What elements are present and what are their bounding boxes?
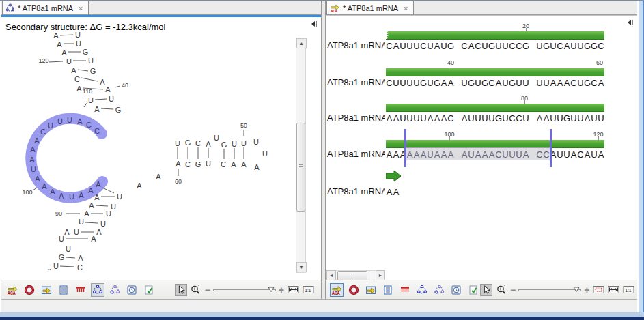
zoom-slider[interactable] xyxy=(518,286,581,294)
vertical-scrollbar[interactable]: ▲ ▼ xyxy=(296,38,306,273)
svg-text:1:1: 1:1 xyxy=(305,288,311,293)
nucleotide: C xyxy=(77,264,83,272)
fit-width-icon[interactable] xyxy=(607,285,619,295)
selection-mode-icon[interactable] xyxy=(480,284,492,296)
nucleotide: A xyxy=(254,164,259,171)
element-info-icon[interactable] xyxy=(142,283,156,297)
panel-divider[interactable] xyxy=(321,1,326,299)
tab-atp8a1-structure[interactable]: * ATP8a1 mRNA × xyxy=(2,1,89,14)
nucleotide: G xyxy=(185,139,191,147)
nucleotide: U xyxy=(31,166,36,173)
element-info-icon[interactable] xyxy=(466,283,480,297)
sequence-text[interactable]: AAUUUUAAAC AUUUUGUCCU AAUUGUUAUU xyxy=(386,112,604,124)
sequence-text[interactable]: AAAAAAUAAA AUAAACUUUA CCAUUACAUA xyxy=(386,148,604,160)
annotation-bar[interactable] xyxy=(386,104,604,112)
scrollbar-thumb[interactable] xyxy=(337,271,367,280)
scrollbar-track[interactable] xyxy=(336,270,376,280)
annotation-arrow[interactable] xyxy=(386,170,402,182)
svg-text:1:1: 1:1 xyxy=(625,288,632,293)
nucleotide: U xyxy=(88,97,94,104)
zoom-in-icon[interactable]: + xyxy=(584,285,589,295)
scroll-right-icon[interactable]: ► xyxy=(376,270,385,280)
sequence-row[interactable]: 4060ATP8a1 mRNACUUUUGUGAA UGUGCAUGUU UUA… xyxy=(326,59,637,96)
structure-view[interactable]: Secondary structure: ΔG = -12.3kcal/mol … xyxy=(1,17,321,280)
zoom-in-tool-icon[interactable] xyxy=(495,284,507,296)
sequence-row[interactable]: ATP8a1 mRNAAA xyxy=(326,167,637,204)
annotation-bar[interactable] xyxy=(386,31,604,40)
nucleotide: U xyxy=(57,118,63,126)
nucleotide: A xyxy=(94,194,99,201)
svg-text:ACA: ACA xyxy=(331,8,338,12)
window-bottom-border xyxy=(0,317,644,320)
structure-canvas[interactable] xyxy=(1,17,321,280)
nucleotide: U xyxy=(111,203,116,211)
nucleotide: A xyxy=(71,67,76,74)
zoom-slider[interactable] xyxy=(213,286,276,294)
annotation-table-icon[interactable] xyxy=(40,283,53,297)
text-view-icon[interactable] xyxy=(57,283,70,297)
scroll-up-icon[interactable]: ▲ xyxy=(296,38,307,48)
nucleotide: G xyxy=(115,106,122,114)
sequence-view-icon[interactable]: ACA xyxy=(330,283,344,297)
annotation-bar[interactable] xyxy=(386,68,604,76)
one-to-one-icon[interactable]: 1:1 xyxy=(302,285,314,295)
nucleotide: C xyxy=(195,140,201,147)
graph-view-icon[interactable] xyxy=(74,283,87,297)
text-view-icon[interactable] xyxy=(381,283,395,297)
scrollbar-thumb[interactable] xyxy=(296,123,305,212)
sequence-row[interactable]: 80ATP8a1 mRNAAAUUUUAAAC AUUUUGUCCU AAUUG… xyxy=(326,95,637,132)
structure-table-icon[interactable] xyxy=(432,283,446,297)
graph-view-icon[interactable] xyxy=(398,283,412,297)
nucleotide: A xyxy=(137,182,141,190)
secondary-structure-icon[interactable] xyxy=(415,283,429,297)
sequence-label: ATP8a1 mRNA xyxy=(327,149,385,159)
collapse-sidepanel-icon[interactable] xyxy=(625,18,634,27)
tab-atp8a1-sequence[interactable]: ACA * ATP8a1 mRNA × xyxy=(326,1,414,14)
ruler-tick xyxy=(524,100,525,104)
nucleotide: A xyxy=(94,106,99,113)
secondary-structure-icon[interactable] xyxy=(91,283,104,297)
nucleotide: A xyxy=(206,141,210,148)
structure-table-icon[interactable] xyxy=(108,283,122,297)
sequence-view[interactable]: 20ATP8a1 mRNACAUUUCUAUG CACUGUUCCG UGUCA… xyxy=(326,16,637,280)
selection-end-handle[interactable] xyxy=(550,129,552,167)
sequence-text[interactable]: CUUUUGUGAA UGUGCAUGUU UUAAACUGCA xyxy=(386,76,604,89)
ruler-tick xyxy=(449,136,450,140)
history-icon[interactable] xyxy=(125,283,139,297)
nucleotide: U xyxy=(241,140,247,147)
nucleotide: U xyxy=(88,57,94,65)
ruler-tick xyxy=(600,65,600,68)
ruler-tick xyxy=(598,136,599,140)
sequence-view-icon[interactable]: ACA xyxy=(5,283,19,297)
one-to-one-icon[interactable]: 1:1 xyxy=(622,285,634,295)
nucleotide: G xyxy=(59,254,65,261)
sequence-text[interactable]: CAUUUCUAUG CACUGUUCCG UGUCAUUGGC xyxy=(386,40,604,52)
sequence-text[interactable]: AA xyxy=(386,186,400,198)
selection-start-handle[interactable] xyxy=(404,129,406,167)
circular-view-icon[interactable] xyxy=(23,283,36,297)
position-label: 110 xyxy=(83,88,92,95)
zoom-in-tool-icon[interactable] xyxy=(190,284,202,296)
scroll-down-icon[interactable]: ▼ xyxy=(296,262,307,272)
zoom-out-icon[interactable]: − xyxy=(205,285,210,295)
fit-width-icon[interactable] xyxy=(287,285,299,295)
selection-mode-icon[interactable] xyxy=(175,284,187,296)
zoom-out-icon[interactable]: − xyxy=(510,285,516,295)
nucleotide: U xyxy=(75,31,81,39)
sequence-row[interactable]: 20ATP8a1 mRNACAUUUCUAUG CACUGUUCCG UGUCA… xyxy=(326,23,637,59)
zoom-to-selection-icon[interactable] xyxy=(592,285,604,295)
circular-view-icon[interactable] xyxy=(347,283,361,297)
nucleotide: U xyxy=(69,193,74,201)
left-tabbar: * ATP8a1 mRNA × xyxy=(1,1,321,15)
collapse-sidepanel-icon[interactable] xyxy=(309,19,318,29)
annotation-table-icon[interactable] xyxy=(364,283,378,297)
scroll-left-icon[interactable]: ◄ xyxy=(326,270,336,280)
nucleotide: U xyxy=(76,40,81,48)
zoom-in-icon[interactable]: + xyxy=(279,285,284,295)
sequence-row[interactable]: 100120ATP8a1 mRNAAAAAAAUAAA AUAAACUUUA C… xyxy=(326,131,637,168)
history-icon[interactable] xyxy=(449,283,463,297)
horizontal-scrollbar[interactable]: ◄ ► xyxy=(326,270,387,280)
nucleotide: C xyxy=(86,121,92,129)
close-icon[interactable]: × xyxy=(79,4,83,12)
close-icon[interactable]: × xyxy=(404,4,408,12)
